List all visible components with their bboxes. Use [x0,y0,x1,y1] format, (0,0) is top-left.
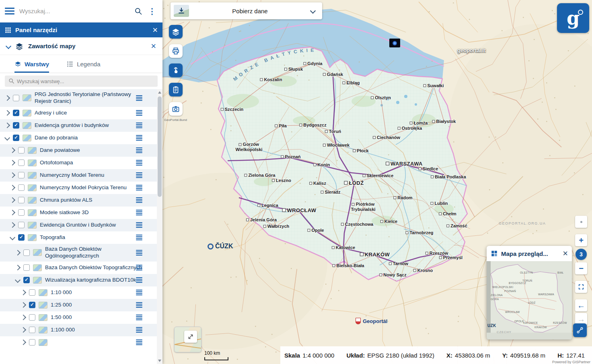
layer-menu-icon[interactable] [136,109,142,117]
map-content-close-icon[interactable]: × [151,42,156,51]
expander-icon[interactable] [15,277,21,283]
layer-row[interactable]: Ewidencja Gruntów i Budynków [0,219,157,231]
layer-row[interactable]: Numeryczny Model Pokrycia Terenu [0,182,157,194]
layer-checkbox[interactable] [23,264,30,271]
layer-checkbox[interactable] [13,95,19,101]
layer-menu-icon[interactable] [136,122,142,129]
layer-menu-icon[interactable] [136,172,142,179]
layer-checkbox[interactable] [29,327,35,333]
layer-checkbox[interactable] [18,234,25,241]
layer-checkbox[interactable] [29,339,35,346]
layer-row[interactable]: Topografia [0,231,157,244]
expander-icon[interactable] [4,135,10,141]
layer-row[interactable]: Ewidencja gruntów i budynków [0,119,157,132]
layer-checkbox[interactable] [18,209,25,216]
minimap-expand-button[interactable] [184,331,197,343]
layer-checkbox[interactable] [13,110,19,116]
print-tool-button[interactable] [169,44,183,58]
layer-row[interactable]: Numeryczny Model Terenu [0,169,157,182]
expander-icon[interactable] [10,160,15,166]
layer-checkbox[interactable] [18,172,25,178]
layer-row[interactable]: Chmura punktów ALS [0,194,157,207]
scroll-down-icon[interactable] [158,360,161,362]
layer-menu-icon[interactable] [136,301,142,309]
expander-icon[interactable] [15,250,21,256]
overview-close-icon[interactable]: × [563,249,568,258]
download-data-bar[interactable]: Pobierz dane [171,2,322,19]
layer-menu-icon[interactable] [136,184,142,191]
layer-checkbox[interactable] [29,314,35,321]
layer-checkbox[interactable] [18,197,25,203]
section-chevron-icon[interactable] [6,43,11,49]
expander-icon[interactable] [4,95,10,101]
expander-icon[interactable] [10,197,15,203]
layer-menu-icon[interactable] [136,276,142,284]
expander-icon[interactable] [4,123,10,128]
main-search-input[interactable] [18,7,130,15]
hamburger-menu-icon[interactable] [5,6,14,16]
expander-icon[interactable] [21,302,26,308]
layers-tool-button[interactable] [169,25,183,39]
expander-icon[interactable] [21,315,26,320]
layer-checkbox[interactable] [18,222,25,228]
layer-menu-icon[interactable] [136,234,142,241]
layer-search-input[interactable] [5,76,158,87]
layer-menu-icon[interactable] [136,326,142,333]
scrollbar-thumb[interactable] [158,96,162,197]
layer-menu-icon[interactable] [136,264,142,271]
layer-checkbox[interactable] [13,122,19,129]
tab-warstwy[interactable]: Warstwy [14,61,49,73]
layer-menu-icon[interactable] [136,209,142,216]
expander-icon[interactable] [21,327,26,333]
layer-menu-icon[interactable] [136,196,142,204]
layer-row[interactable]: Wizualizacja kartograficzna BDOT10k [0,274,157,286]
layer-checkbox[interactable] [29,289,35,296]
layer-checkbox[interactable] [23,249,30,256]
overview-minimap[interactable]: OLSZTYNBIAŁBYDGOSZCZTORUŃWIELKOPOLSKIPOZ… [487,261,572,339]
expander-icon[interactable] [21,290,26,295]
select-tool-button[interactable] [169,63,183,77]
layer-row[interactable] [0,336,157,349]
expander-icon[interactable] [10,222,15,228]
expander-icon[interactable] [10,185,15,190]
layer-row[interactable]: PRG Jednostki Terytorialne (Państwowy Re… [0,89,157,107]
layer-row[interactable]: Baza Danych Obiektów Topograficznych [0,262,157,274]
layer-checkbox[interactable] [13,135,19,141]
webcam-marker[interactable] [389,39,400,47]
chevron-down-icon[interactable] [310,8,316,14]
more-options-icon[interactable]: ⋮ [146,6,158,16]
layer-checkbox[interactable] [18,184,25,191]
layer-menu-icon[interactable] [136,221,142,229]
layer-checkbox[interactable] [18,160,25,166]
expander-icon[interactable] [4,110,10,116]
layer-checkbox[interactable] [29,302,35,308]
tab-legenda[interactable]: Legenda [67,61,100,73]
layer-row[interactable]: 1:25 000 [0,299,157,311]
fullscreen-button[interactable] [575,281,587,293]
expander-icon[interactable] [21,339,26,345]
screenshot-tool-button[interactable] [169,102,183,116]
report-tool-button[interactable] [169,83,183,96]
layer-row[interactable]: 1:10 000 [0,286,157,299]
layer-menu-icon[interactable] [136,147,142,154]
layer-menu-icon[interactable] [136,314,142,321]
search-icon[interactable] [134,7,142,15]
zoom-in-button[interactable]: + [575,234,587,246]
expander-icon[interactable] [10,210,15,215]
layer-row[interactable]: Ortofotomapa [0,157,157,169]
expander-icon[interactable] [10,235,15,240]
layer-checkbox[interactable] [23,277,30,283]
layer-row[interactable]: Adresy i ulice [0,107,157,119]
expander-icon[interactable] [10,172,15,178]
map-canvas[interactable]: MORZE BAŁTYCKIE GdyniaGdańskSłupskKoszal… [162,0,592,364]
layer-row[interactable]: Dane powiatowe [0,144,157,157]
layer-row[interactable]: 1:50 000 [0,311,157,324]
zoom-out-button[interactable]: − [575,262,587,274]
layer-row[interactable]: Dane do pobrania [0,132,157,144]
layer-menu-icon[interactable] [136,289,142,296]
layer-menu-icon[interactable] [136,339,142,346]
panel-scrollbar[interactable] [157,89,162,364]
layer-row[interactable]: Modele siatkowe 3D [0,207,157,219]
layer-row[interactable]: 1:100 000 [0,324,157,336]
expander-icon[interactable] [10,147,15,153]
